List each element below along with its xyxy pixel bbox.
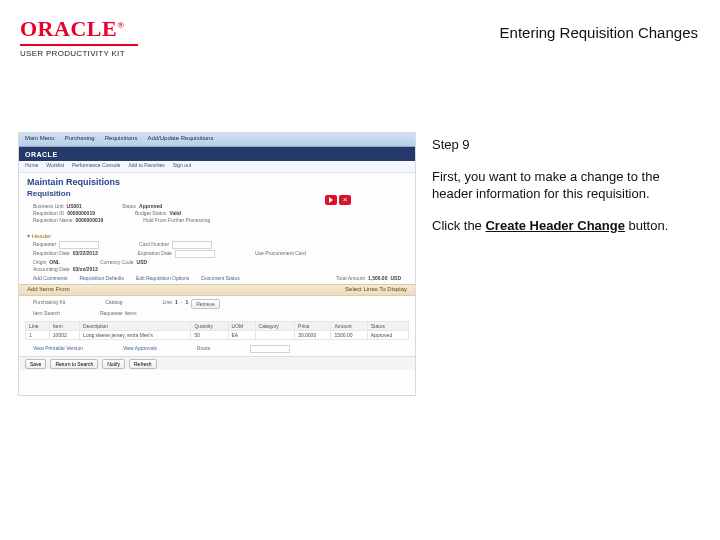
- label: Business Unit: [33, 203, 64, 209]
- value: Approved: [139, 203, 162, 209]
- footer-links: View Printable Version View Approvals Ro…: [19, 342, 415, 356]
- app-page-title: Maintain Requisitions: [19, 173, 415, 189]
- col: Price: [295, 322, 331, 331]
- cell: 30.0000: [295, 331, 331, 340]
- col: Item: [49, 322, 79, 331]
- save-button[interactable]: Save: [25, 359, 46, 369]
- instruction-line-1: First, you want to make a change to the …: [432, 168, 700, 203]
- breadcrumb-item[interactable]: Purchasing: [65, 135, 95, 144]
- brand-logo: ORACLE® USER PRODUCTIVITY KIT: [20, 16, 138, 58]
- brand-subtitle: USER PRODUCTIVITY KIT: [20, 49, 138, 58]
- cell: 50: [191, 331, 228, 340]
- app-subnav: Home Worklist Performance Console Add to…: [19, 161, 415, 173]
- value: ONL: [49, 259, 60, 265]
- col: Status: [367, 322, 408, 331]
- value: 1: [185, 299, 188, 309]
- label: Requisition ID: [33, 210, 64, 216]
- col: UOM: [228, 322, 255, 331]
- instruction-panel: Step 9 First, you want to make a change …: [432, 136, 700, 248]
- subnav-link[interactable]: Add to Favorites: [128, 162, 164, 171]
- label: Currency Code: [100, 259, 134, 265]
- label: Use Procurement Card: [255, 250, 306, 258]
- header-detail-block: Header Requester Card Number Requisition…: [19, 226, 415, 284]
- label: Requester Items: [100, 310, 137, 316]
- value: US001: [67, 203, 82, 209]
- label: Route: [197, 345, 210, 353]
- select-lines-label: Select Lines To Display: [345, 286, 407, 294]
- requisition-header-block: Business UnitUS001 StatusApproved Requis…: [19, 200, 415, 226]
- value: Valid: [169, 210, 181, 216]
- link[interactable]: Document Status: [201, 275, 239, 281]
- brand-rule: [20, 44, 138, 46]
- value: USD: [390, 275, 401, 281]
- value: 03/22/2013: [73, 250, 98, 258]
- label: Purchasing Kit: [33, 299, 65, 309]
- app-brand-bar: ORACLE: [19, 147, 415, 161]
- brand-text: ORACLE: [20, 16, 117, 41]
- link[interactable]: View Printable Version: [33, 345, 83, 353]
- value: 1,500.00: [368, 275, 387, 281]
- cell: Approved: [367, 331, 408, 340]
- value: 0000000019: [67, 210, 95, 216]
- add-items-label: Add Items From: [27, 286, 70, 294]
- line-grid-block: Line Item Description Quantity UOM Categ…: [19, 319, 415, 342]
- app-section-title: Requisition: [19, 189, 415, 200]
- label: Requester: [33, 241, 56, 249]
- cell: [255, 331, 295, 340]
- col: Quantity: [191, 322, 228, 331]
- link[interactable]: Add Comments: [33, 275, 67, 281]
- registered-mark: ®: [117, 20, 124, 30]
- breadcrumb-item[interactable]: Main Menu: [25, 135, 55, 144]
- instruction-suffix: button.: [625, 218, 668, 233]
- subnav-link[interactable]: Home: [25, 162, 38, 171]
- route-field[interactable]: [250, 345, 290, 353]
- subnav-link[interactable]: Performance Console: [72, 162, 120, 171]
- col: Description: [80, 322, 191, 331]
- label: Status: [122, 203, 136, 209]
- link[interactable]: Requisition Defaults: [79, 275, 123, 281]
- subnav-link[interactable]: Worklist: [46, 162, 64, 171]
- requisition-lines-table: Line Item Description Quantity UOM Categ…: [25, 321, 409, 340]
- label: Card Number: [139, 241, 169, 249]
- search-block: Purchasing Kit Catalog Line 1 - 1 Retrie…: [19, 296, 415, 319]
- label: Budget Status: [135, 210, 166, 216]
- section-toggle[interactable]: Header: [27, 232, 401, 239]
- label: Expiration Date: [138, 250, 172, 258]
- brand-word: ORACLE®: [20, 16, 138, 42]
- cell: 10002: [49, 331, 79, 340]
- cell: 1: [26, 331, 50, 340]
- breadcrumb-item[interactable]: Add/Update Requisitions: [147, 135, 213, 144]
- retrieve-button[interactable]: Retrieve: [191, 299, 220, 309]
- label: Hold From Further Processing: [143, 217, 210, 223]
- return-button[interactable]: Return to Search: [50, 359, 98, 369]
- notify-button[interactable]: Notify: [102, 359, 125, 369]
- table-row[interactable]: 1 10002 Long sleeve jersey, extra Men's …: [26, 331, 409, 340]
- card-field[interactable]: [172, 241, 212, 249]
- col: Line: [26, 322, 50, 331]
- value: 0000000019: [75, 217, 103, 223]
- link[interactable]: View Approvals: [123, 345, 157, 353]
- label: Item Search: [33, 310, 60, 316]
- cell: 1500.00: [331, 331, 367, 340]
- label: Requisition Name: [33, 217, 72, 223]
- breadcrumb-item[interactable]: Requisitions: [105, 135, 138, 144]
- exp-field[interactable]: [175, 250, 215, 258]
- label: Origin: [33, 259, 46, 265]
- app-action-bar: Save Return to Search Notify Refresh: [19, 356, 415, 370]
- requester-field[interactable]: [59, 241, 99, 249]
- refresh-button[interactable]: Refresh: [129, 359, 157, 369]
- subnav-link[interactable]: Sign out: [173, 162, 191, 171]
- cell: Long sleeve jersey, extra Men's: [80, 331, 191, 340]
- col: Category: [255, 322, 295, 331]
- instruction-line-2: Click the Create Header Change button.: [432, 217, 700, 235]
- table-header-row: Line Item Description Quantity UOM Categ…: [26, 322, 409, 331]
- label: Catalog: [105, 299, 122, 309]
- label: Total Amount: [336, 275, 365, 281]
- label: Requisition Date: [33, 250, 70, 258]
- document-title: Entering Requisition Changes: [500, 24, 698, 41]
- instruction-prefix: Click the: [432, 218, 485, 233]
- label: Accounting Date: [33, 266, 70, 272]
- link[interactable]: Edit Requisition Options: [136, 275, 189, 281]
- app-screenshot: Main Menu Purchasing Requisitions Add/Up…: [18, 132, 416, 396]
- step-number: Step 9: [432, 136, 700, 154]
